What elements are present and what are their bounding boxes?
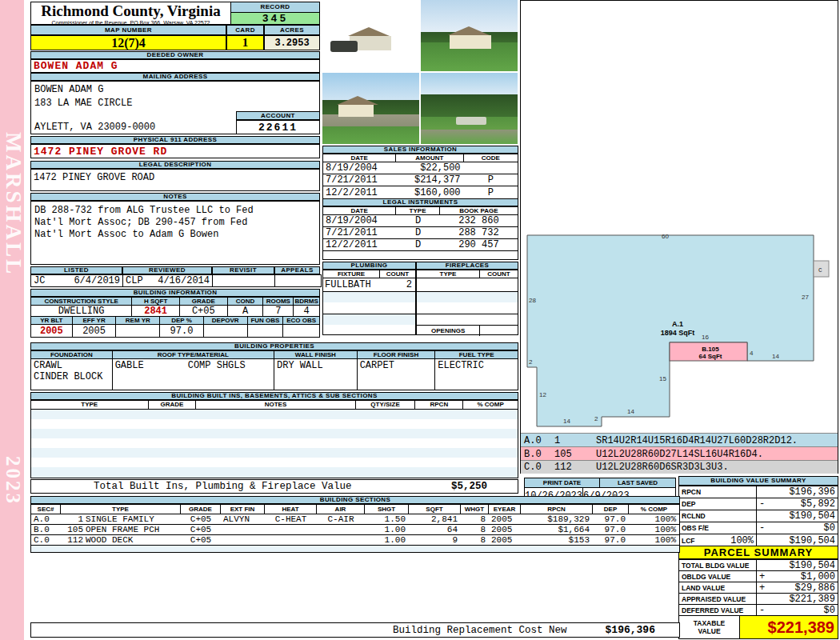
row-op: +	[759, 582, 765, 594]
bs-sec: A.0	[31, 514, 61, 524]
bs-whgt: 8	[461, 514, 489, 524]
record-label: RECORD	[230, 2, 320, 13]
roof-label: ROOF TYPE/MATERIAL	[113, 351, 274, 359]
bs-grade: C+05	[181, 514, 221, 524]
sales-amount-label: AMOUNT	[396, 154, 463, 162]
physical-address-value: 1472 PINEY GROVE RD	[30, 144, 320, 158]
rooms-label: ROOMS	[263, 298, 294, 306]
empty-row	[323, 292, 415, 302]
fireplace-count-label: COUNT	[480, 270, 518, 278]
bs-air	[317, 525, 365, 534]
bs-air	[317, 535, 365, 545]
sale-code: P	[464, 174, 518, 186]
dim-inner-vert: 15	[659, 375, 666, 382]
dim-bottom-step: 2	[594, 415, 598, 422]
dim-porch-right: 4	[750, 350, 754, 357]
listed-by: JC	[34, 275, 45, 286]
funobs-value	[248, 325, 284, 337]
bs-heat	[265, 535, 317, 545]
section-a-label: A.1	[672, 320, 683, 328]
bs-shgt: 1.50	[365, 514, 409, 524]
builtins-comp-label: % COMP	[463, 401, 518, 410]
spine-owner-name: MARSHALL	[1, 132, 26, 276]
bs-dep: 97.0	[593, 514, 629, 524]
building-value-summary-table: RPCN $196,396 DEP -$5,892 RCLND $190,504…	[678, 486, 838, 547]
value-summary-row: DEP -$5,892	[679, 498, 838, 510]
effyr-label: EFF YR	[73, 317, 117, 325]
bs-heat	[265, 525, 317, 534]
bs-grade: C+05	[181, 535, 221, 545]
bs-comp-label: % COMP	[629, 505, 679, 514]
dim-left: 28	[529, 297, 536, 304]
bs-sec-label: SEC#	[31, 505, 61, 514]
floor-finish-label: FLOOR FINISH	[358, 351, 436, 359]
deferred-value: $0	[824, 605, 835, 616]
instrument-bookpage: 290 457	[440, 239, 518, 251]
bs-comp: 100%	[629, 514, 679, 524]
sketch-panel: c 60 28 27 2 12 14 2 14 15 16 4 14 A.1 1…	[520, 0, 838, 474]
section-a-sqft: 1894 SqFt	[661, 329, 695, 337]
sale-date: 7/21/2011	[323, 174, 396, 186]
bs-shgt: 1.00	[365, 525, 409, 534]
legal-description-label: LEGAL DESCRIPTION	[30, 161, 320, 169]
house-shape	[338, 105, 374, 117]
property-record-card: MARSHALL 2023 Richmond County, Virginia …	[0, 0, 840, 640]
sales-row: 12/2/2011 $160,000 P	[323, 186, 518, 198]
bs-type: WOOD DECK	[83, 535, 181, 545]
sale-code: P	[464, 186, 518, 198]
replacement-cost-label: Building Replacement Cost New	[393, 625, 567, 636]
fixture-value: FULLBATH	[323, 278, 378, 291]
last-saved-label: LAST SAVED	[600, 478, 675, 488]
bs-rpcn-label: RPCN	[521, 505, 593, 514]
parcel-summary-row: DEFERRED VALUE -$0	[679, 605, 838, 616]
building-sections-title: BUILDING SECTIONS	[30, 496, 680, 504]
bs-extfin-label: EXT FIN	[221, 505, 265, 514]
parcel-summary-row: LAND VALUE +$29,886	[679, 582, 838, 594]
instrument-type-label: TYPE	[396, 207, 440, 215]
fixture-label: FIXTURE	[323, 270, 380, 278]
parcel-sketch: c 60 28 27 2 12 14 2 14 15 16 4 14 A.1 1…	[521, 229, 838, 433]
foundation-line-1: CRAWL	[34, 360, 62, 371]
builtins-rpcn-label: RPCN	[415, 401, 463, 410]
bs-sqft: 9	[409, 535, 461, 545]
obldg-value: $1,000	[801, 571, 835, 582]
sale-date: 8/19/2004	[323, 162, 396, 174]
mailing-address-block: BOWEN ADAM G 183 LA MAE CIRCLE AYLETT, V…	[30, 81, 320, 134]
sale-date: 12/2/2011	[323, 186, 396, 198]
bs-comp: 100%	[629, 525, 679, 534]
empty-row	[31, 448, 518, 458]
bs-dep-label: DEP	[593, 505, 629, 514]
dim-porch-top: 16	[702, 334, 709, 341]
bs-heat-label: HEAT	[265, 505, 317, 514]
taxable-value: $221,389	[740, 616, 838, 638]
construction-style-label: CONSTRUCTION STYLE	[31, 298, 132, 306]
bs-rpcn: $1,664	[521, 525, 593, 534]
instrument-date-label: DATE	[323, 207, 396, 215]
sales-row: 8/19/2004 $22,500	[323, 162, 518, 174]
photo-house-front	[421, 0, 518, 71]
photo-house-distance	[322, 73, 419, 144]
wall-finish-label: WALL FINISH	[274, 351, 358, 359]
section-b-sqft: 64 SqFt	[699, 353, 722, 360]
yrblt-value: 2005	[31, 325, 73, 337]
bs-comp: 100%	[629, 535, 679, 545]
built-ins-title: BUILDING BUILT INS, BASEMENTS, ATTICS & …	[30, 392, 518, 400]
rclnd-label: RCLND	[682, 512, 706, 520]
legend-sec: B.0	[521, 449, 554, 460]
parcel-summary-row: OBLDG VALUE +$1,000	[679, 571, 838, 582]
bs-sqft-label: SQFT	[409, 505, 461, 514]
instrument-bookpage: 232 860	[440, 215, 518, 227]
sketch-legend-a: A.0 1 SR14U2R14U15R16D4R14U27L60D28R2D12…	[521, 433, 838, 447]
listed-label: LISTED	[30, 266, 122, 274]
builtins-grade-label: GRADE	[149, 401, 197, 410]
section-b-label: B.105	[702, 346, 719, 353]
dep-pct-value: 97.0	[160, 325, 204, 337]
mailing-line-2: 183 LA MAE CIRCLE	[34, 98, 132, 109]
dim-right: 27	[802, 294, 809, 301]
appraised-value-label: APPRAISED VALUE	[679, 594, 757, 605]
building-value-summary-title: BUILDING VALUE SUMMARY	[678, 476, 838, 486]
sales-information-table: DATE AMOUNT CODE 8/19/2004 $22,500 7/21/…	[322, 154, 518, 199]
acres-label: ACRES	[264, 25, 320, 35]
review-header-row: LISTED REVIEWED REVISIT APPEALS	[30, 266, 320, 274]
account-value: 22611	[236, 120, 320, 134]
